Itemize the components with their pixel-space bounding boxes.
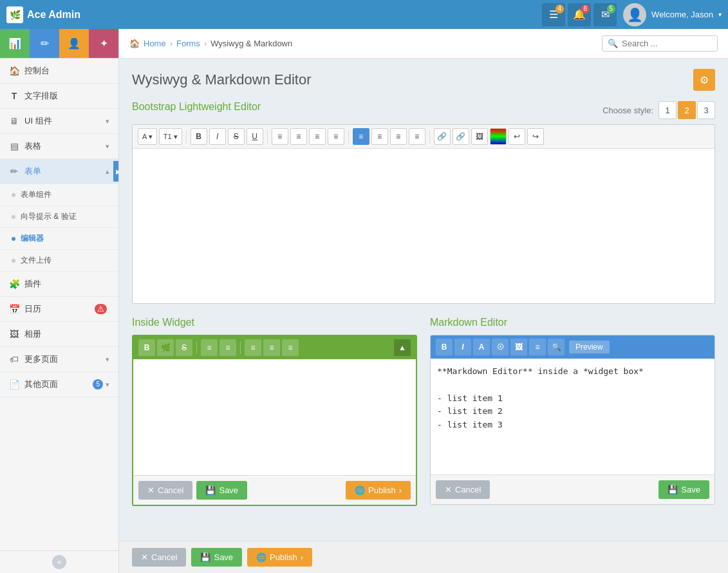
md-text-btn[interactable]: A	[473, 339, 490, 355]
sidebar-sub-form-wizard[interactable]: 向导提示 & 验证	[0, 206, 118, 228]
sidebar-item-ui[interactable]: 🖥 UI 组件 ▾	[0, 109, 118, 134]
sidebar-item-calendar[interactable]: 📅 日历 ⚠	[0, 297, 118, 322]
unlink-btn[interactable]: 🔗	[453, 128, 469, 145]
image-btn[interactable]: 🖼	[471, 128, 488, 145]
outdent-btn[interactable]: ≡	[328, 128, 344, 145]
md-save-button[interactable]: 💾 Save	[658, 480, 709, 499]
strikethrough-btn[interactable]: S	[228, 128, 245, 145]
sidebar-item-typography[interactable]: T 文字排版	[0, 84, 118, 109]
settings-button[interactable]: ⚙	[693, 69, 715, 91]
widget-publish-button[interactable]: 🌐 Publish ›	[346, 481, 411, 500]
chevron-icon: ▾	[106, 380, 109, 389]
brand-icon: 🌿	[6, 6, 23, 23]
indent-btn[interactable]: ≡	[309, 128, 326, 145]
sidebar-top-icons: 📊 ✏ 👤 ✦	[0, 29, 118, 59]
breadcrumb-home[interactable]: Home	[144, 39, 166, 48]
w-align-center-btn[interactable]: ≡	[263, 339, 280, 356]
w-ol-btn[interactable]: ≡	[201, 339, 218, 356]
align-justify-btn[interactable]: ≡	[409, 128, 425, 145]
sidebar-edit-btn[interactable]: ✏	[30, 29, 59, 58]
underline-btn[interactable]: U	[247, 128, 263, 145]
bottom-action-bar: ✕ Cancel 💾 Save 🌐 Publish ›	[119, 541, 728, 573]
align-left-btn[interactable]: ≡	[353, 128, 369, 145]
md-list-btn[interactable]: ≡	[529, 339, 546, 355]
messages-button[interactable]: ☰ 4	[542, 3, 565, 26]
search-input[interactable]	[622, 39, 712, 48]
bold-btn[interactable]: B	[191, 128, 207, 145]
w-strike-btn[interactable]: S	[176, 339, 192, 356]
bottom-publish-button[interactable]: 🌐 Publish ›	[247, 548, 312, 567]
monitor-icon: 🖥	[9, 116, 19, 126]
style-btn-1[interactable]: 1	[658, 101, 677, 119]
heading-btn[interactable]: T1 ▾	[159, 128, 182, 145]
md-italic-btn[interactable]: I	[454, 339, 471, 355]
color-btn[interactable]: ■	[490, 128, 507, 145]
italic-btn[interactable]: I	[209, 128, 226, 145]
sidebar-charts-btn[interactable]: 📊	[0, 29, 30, 58]
x-icon: ✕	[445, 485, 452, 494]
sidebar-sub-form-components[interactable]: 表单组件	[0, 184, 118, 206]
md-cancel-button[interactable]: ✕ Cancel	[436, 480, 490, 499]
font-btn[interactable]: A ▾	[138, 128, 157, 145]
x-icon: ✕	[147, 485, 154, 495]
breadcrumb-forms[interactable]: Forms	[176, 39, 200, 48]
arrow-right-icon: ›	[399, 485, 402, 495]
md-image-btn[interactable]: 🖼	[510, 339, 527, 355]
active-indicator: ▶	[113, 161, 119, 182]
bottom-cancel-button[interactable]: ✕ Cancel	[132, 548, 186, 567]
sidebar-item-forms[interactable]: ✏ 表单 ▴ ▶	[0, 159, 118, 184]
inside-widget-col: Inside Widget B 🌿 S ≡ ≡ ≡ ≡ ≡	[132, 317, 417, 506]
sidebar-item-table[interactable]: ▤ 表格 ▾	[0, 134, 118, 159]
md-preview-button[interactable]: Preview	[569, 341, 610, 353]
plugin-icon: 🧩	[9, 279, 19, 289]
w-collapse-btn[interactable]: ▲	[394, 339, 411, 356]
sidebar-item-plugins[interactable]: 🧩 插件	[0, 272, 118, 297]
sidebar-user-btn[interactable]: 👤	[59, 29, 89, 58]
md-search-btn[interactable]: 🔍	[548, 339, 565, 355]
link-btn[interactable]: 🔗	[434, 128, 451, 145]
sidebar-item-more-pages[interactable]: 🏷 更多页面 ▾	[0, 347, 118, 372]
undo-btn[interactable]: ↩	[509, 128, 525, 145]
sidebar-item-dashboard[interactable]: 🏠 控制台	[0, 59, 118, 84]
top-nav: 🌿 Ace Admin ☰ 4 🔔 8 ✉ 5 👤 Welcome, Jason…	[0, 0, 728, 29]
chevron-icon: ▴	[106, 167, 109, 176]
md-bold-btn[interactable]: B	[436, 339, 453, 355]
md-circle-btn[interactable]: ☉	[492, 339, 509, 355]
align-right-btn[interactable]: ≡	[390, 128, 407, 145]
main-content: 🏠 Home › Forms › Wysiwyg & Markdown 🔍 Wy…	[119, 29, 728, 573]
breadcrumb-current: Wysiwyg & Markdown	[210, 39, 292, 48]
arrow-right-icon: ›	[301, 552, 303, 562]
widget-sep-1	[196, 341, 197, 354]
other-pages-badge: 5	[93, 379, 103, 390]
sidebar-sub-file-upload[interactable]: 文件上传	[0, 250, 118, 272]
md-editor-body[interactable]: **Markdown Editor** inside a *widget box…	[431, 359, 714, 474]
style-btn-2[interactable]: 2	[678, 101, 696, 119]
sidebar-settings-btn[interactable]: ✦	[89, 29, 118, 58]
align-center-btn[interactable]: ≡	[371, 128, 388, 145]
w-align-right-btn[interactable]: ≡	[282, 339, 299, 356]
widget-cancel-button[interactable]: ✕ Cancel	[138, 481, 192, 500]
widget-save-button[interactable]: 💾 Save	[196, 481, 247, 500]
w-italic-btn[interactable]: 🌿	[157, 339, 174, 356]
w-bold-btn[interactable]: B	[138, 339, 155, 356]
ol-btn[interactable]: ≡	[272, 128, 288, 145]
bottom-save-button[interactable]: 💾 Save	[191, 548, 242, 567]
style-btn-3[interactable]: 3	[697, 101, 715, 119]
sidebar-item-gallery[interactable]: 🖼 相册	[0, 322, 118, 347]
emails-button[interactable]: ✉ 5	[593, 3, 617, 26]
md-line-3: - list item 1	[437, 392, 708, 406]
widget-editor-body[interactable]	[133, 359, 416, 475]
breadcrumb: 🏠 Home › Forms › Wysiwyg & Markdown	[129, 39, 292, 48]
ul-btn[interactable]: ≡	[290, 128, 307, 145]
editor-body[interactable]	[133, 149, 714, 303]
alerts-button[interactable]: 🔔 8	[568, 3, 591, 26]
sidebar-sub-editor[interactable]: 编辑器	[0, 228, 118, 250]
typography-icon: T	[9, 91, 19, 101]
sidebar-collapse-button[interactable]: «	[52, 555, 66, 569]
w-align-left-btn[interactable]: ≡	[245, 339, 261, 356]
w-ul-btn[interactable]: ≡	[219, 339, 236, 356]
user-menu[interactable]: 👤 Welcome, Jason ▾	[623, 3, 722, 26]
redo-btn[interactable]: ↪	[527, 128, 544, 145]
sidebar-item-other-pages[interactable]: 📄 其他页面 5 ▾	[0, 372, 118, 397]
page-title: Wysiwyg & Markdown Editor	[132, 71, 312, 88]
